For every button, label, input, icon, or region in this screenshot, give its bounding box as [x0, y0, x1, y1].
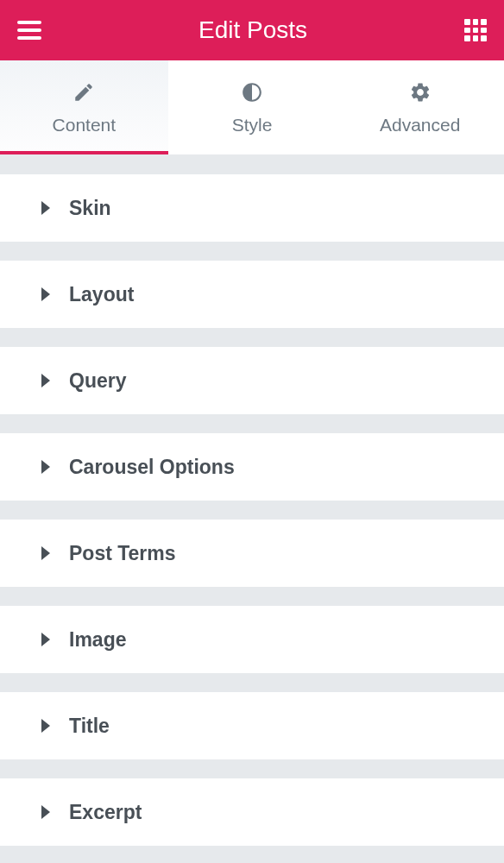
- section-gap: [0, 328, 504, 347]
- section-skin[interactable]: Skin: [0, 174, 504, 242]
- section-query[interactable]: Query: [0, 347, 504, 414]
- section-title: Excerpt: [69, 801, 142, 824]
- section-title: Carousel Options: [69, 456, 235, 479]
- section-gap: [0, 501, 504, 520]
- section-title: Post Terms: [69, 542, 176, 565]
- caret-right-icon: [41, 633, 50, 646]
- header-bar: Edit Posts: [0, 0, 504, 60]
- section-excerpt[interactable]: Excerpt: [0, 778, 504, 846]
- section-title: Image: [69, 628, 126, 652]
- gear-icon: [408, 80, 432, 104]
- section-title-section[interactable]: Title: [0, 692, 504, 759]
- caret-right-icon: [41, 719, 50, 733]
- section-gap: [0, 242, 504, 261]
- caret-right-icon: [41, 374, 50, 387]
- section-gap: [0, 155, 504, 174]
- section-image[interactable]: Image: [0, 606, 504, 673]
- caret-right-icon: [41, 287, 50, 301]
- tab-label: Advanced: [380, 115, 460, 135]
- section-gap: [0, 414, 504, 433]
- tab-label: Content: [53, 115, 117, 135]
- tabs-container: Content Style Advanced: [0, 60, 504, 155]
- section-carousel-options[interactable]: Carousel Options: [0, 433, 504, 501]
- apps-grid-icon[interactable]: [464, 19, 487, 41]
- caret-right-icon: [41, 546, 50, 560]
- caret-right-icon: [41, 460, 50, 474]
- header-title: Edit Posts: [41, 16, 464, 44]
- section-layout[interactable]: Layout: [0, 261, 504, 328]
- tab-label: Style: [232, 115, 273, 135]
- hamburger-icon[interactable]: [17, 21, 41, 40]
- caret-right-icon: [41, 805, 50, 819]
- tab-advanced[interactable]: Advanced: [336, 60, 504, 154]
- section-title: Skin: [69, 197, 111, 220]
- caret-right-icon: [41, 201, 50, 215]
- section-title: Query: [69, 369, 126, 393]
- section-gap: [0, 587, 504, 606]
- section-post-terms[interactable]: Post Terms: [0, 520, 504, 587]
- tab-style[interactable]: Style: [168, 60, 337, 154]
- section-gap: [0, 759, 504, 778]
- section-gap: [0, 673, 504, 692]
- contrast-icon: [240, 80, 264, 104]
- sections-container: Skin Layout Query Carousel Options Post …: [0, 155, 504, 846]
- pencil-icon: [72, 80, 96, 104]
- section-title: Title: [69, 715, 110, 738]
- section-title: Layout: [69, 283, 134, 306]
- tab-content[interactable]: Content: [0, 60, 168, 154]
